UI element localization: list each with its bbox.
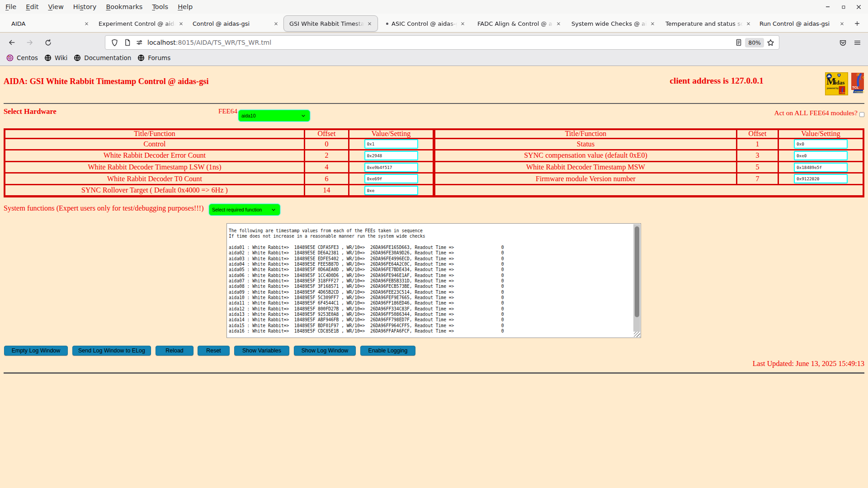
browser-tab[interactable]: Control @ aidas-gsi: [187, 15, 283, 32]
close-icon: [650, 21, 655, 26]
fee64-select[interactable]: aida10: [238, 110, 310, 122]
register-value-cell: [779, 162, 863, 173]
tab-close-icon[interactable]: [649, 20, 656, 27]
new-tab-button[interactable]: [852, 18, 863, 29]
bookmark-item[interactable]: Documentation: [74, 54, 131, 61]
tab-close-icon[interactable]: [459, 20, 466, 27]
register-value-cell: [349, 150, 433, 161]
zoom-level-indicator[interactable]: 80%: [745, 38, 764, 47]
empty-log-window-button[interactable]: Empty Log Window: [4, 346, 68, 356]
browser-tab[interactable]: Temperature and status sca: [660, 15, 755, 32]
browser-tab[interactable]: GSI White Rabbit Timestam: [283, 15, 378, 32]
tab-close-icon[interactable]: [366, 20, 373, 27]
log-scrollbar[interactable]: [633, 224, 640, 332]
register-value-cell: [349, 174, 433, 184]
browser-tab[interactable]: AIDA: [5, 15, 94, 32]
menu-item-history[interactable]: History: [73, 3, 97, 10]
register-value-input[interactable]: [794, 163, 848, 172]
midas-logo[interactable]: Midaspowered byPOWER: [825, 72, 848, 95]
log-window[interactable]: The following are timestamp values from …: [226, 223, 641, 338]
svg-text:idas: idas: [835, 79, 844, 86]
bookmark-item[interactable]: Wiki: [44, 54, 67, 61]
browser-tab[interactable]: ASIC Control @ aidas-g: [378, 15, 470, 32]
url-bar[interactable]: localhost:8015/AIDA/TS_WR/TS_WR.tml 80%: [105, 35, 779, 50]
bookmark-star-icon[interactable]: [767, 39, 774, 47]
tab-close-icon[interactable]: [272, 20, 279, 27]
enable-logging-button[interactable]: Enable Logging: [360, 346, 415, 356]
bookmark-item[interactable]: Forums: [137, 54, 170, 61]
window-minimize-button[interactable]: [823, 2, 832, 11]
show-log-window-button[interactable]: Show Log Window: [294, 346, 356, 356]
reader-mode-icon[interactable]: [735, 39, 742, 46]
menu-item-view[interactable]: View: [48, 3, 63, 10]
pocket-icon: [839, 39, 847, 47]
resize-grip-icon[interactable]: [634, 332, 640, 337]
permissions-icon: [136, 39, 143, 46]
permissions-icon[interactable]: [136, 39, 143, 46]
register-value-input[interactable]: [364, 174, 418, 183]
col-header-value: Value/Setting: [349, 130, 433, 138]
app-menu-button[interactable]: [850, 35, 864, 50]
register-value-input[interactable]: [794, 139, 848, 149]
window-close-button[interactable]: [854, 2, 863, 11]
menu-item-bookmarks[interactable]: Bookmarks: [106, 3, 142, 10]
menu-item-tools[interactable]: Tools: [152, 3, 168, 10]
menu-item-edit[interactable]: Edit: [26, 3, 38, 10]
bookmarks-toolbar: Centos Wiki Documentation Forums: [0, 50, 868, 66]
act-on-all-label: Act on ALL FEE64 modules?: [774, 109, 858, 117]
browser-tab[interactable]: System wide Checks @ aid: [566, 15, 660, 32]
bookmark-item[interactable]: Centos: [6, 54, 38, 61]
register-value-input[interactable]: [794, 174, 848, 183]
register-value-cell: [779, 139, 863, 150]
system-functions-select[interactable]: Select required function: [209, 204, 280, 216]
show-variables-button[interactable]: Show Variables: [234, 346, 289, 356]
tab-close-icon[interactable]: [555, 20, 562, 27]
reload-icon: [44, 39, 52, 47]
register-title: SYNC Rollover Target ( Default 0x4000 =>…: [5, 185, 304, 196]
tab-strip: AIDA Experiment Control @ aidas Control …: [0, 14, 868, 33]
register-title: White Rabbit Decoder T0 Count: [5, 174, 304, 184]
register-value-input[interactable]: [364, 139, 418, 149]
reload-button-browser[interactable]: [41, 35, 55, 50]
chevron-down-icon: [271, 207, 276, 212]
close-icon: [84, 21, 89, 26]
tab-close-icon[interactable]: [83, 20, 90, 27]
forward-button[interactable]: [23, 35, 37, 50]
scrollbar-thumb[interactable]: [635, 226, 639, 317]
browser-tab[interactable]: Experiment Control @ aidas: [93, 15, 188, 32]
tab-close-icon[interactable]: [745, 20, 752, 27]
tcl-powered-logo[interactable]: TCLPOWERED: [851, 72, 864, 94]
browser-menubar: File Edit View History Bookmarks Tools H…: [0, 0, 868, 14]
page-info-icon[interactable]: [124, 39, 131, 46]
centos-icon: [6, 54, 14, 61]
register-value-input[interactable]: [364, 151, 418, 160]
url-text[interactable]: localhost:8015/AIDA/TS_WR/TS_WR.tml: [147, 39, 271, 46]
browser-tab[interactable]: FADC Align & Control @ ai: [472, 15, 566, 32]
register-value-input[interactable]: [364, 163, 418, 172]
browser-tab[interactable]: Run Control @ aidas-gsi: [754, 15, 849, 32]
tab-close-icon[interactable]: [838, 20, 845, 27]
back-button[interactable]: [5, 35, 19, 50]
menu-item-file[interactable]: File: [5, 3, 16, 10]
register-title: White Rabbit Decoder Timestamp LSW (1ns): [5, 162, 304, 173]
reset-button[interactable]: Reset: [198, 346, 230, 356]
register-value-input[interactable]: [794, 151, 848, 160]
register-offset: 14: [305, 185, 348, 196]
client-address: client address is 127.0.0.1: [670, 76, 764, 86]
pocket-button[interactable]: [835, 35, 850, 50]
window-maximize-button[interactable]: [839, 2, 848, 11]
send-log-to-elog-button[interactable]: Send Log Window to ELog: [72, 346, 151, 356]
tab-close-icon[interactable]: [177, 20, 184, 27]
svg-text:POWER: POWER: [840, 92, 846, 94]
act-on-all-checkbox[interactable]: [859, 112, 864, 117]
plus-icon: [854, 20, 860, 27]
menu-item-help[interactable]: Help: [178, 3, 193, 10]
register-value-cell: [779, 150, 863, 161]
col-header-title: Title/Function: [435, 130, 736, 138]
register-value-input[interactable]: [364, 186, 418, 195]
bookmark-label: Documentation: [84, 54, 131, 61]
shield-icon[interactable]: [111, 39, 118, 47]
reload-button[interactable]: Reload: [156, 346, 193, 356]
close-icon: [460, 21, 465, 26]
register-title: SYNC compensation value (default 0xE0): [435, 150, 736, 161]
